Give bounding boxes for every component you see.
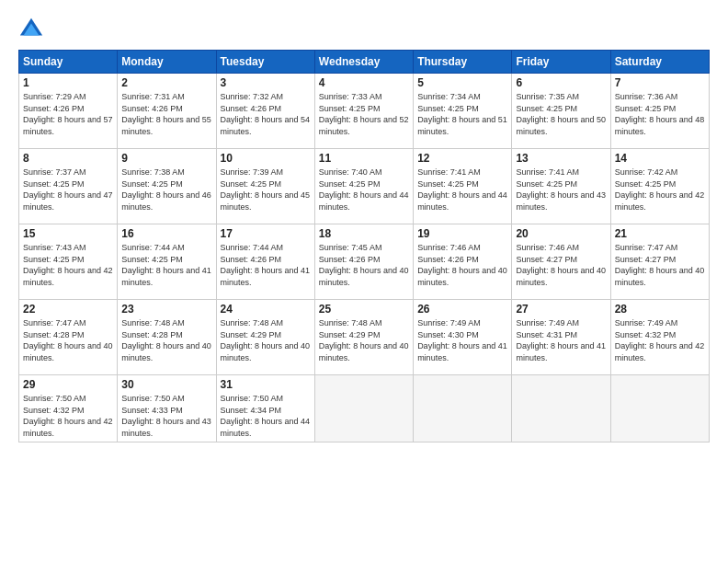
day-info: Sunrise: 7:41 AMSunset: 4:25 PMDaylight:… bbox=[417, 167, 507, 213]
calendar-cell: 26Sunrise: 7:49 AMSunset: 4:30 PMDayligh… bbox=[414, 300, 512, 375]
calendar-cell: 20Sunrise: 7:46 AMSunset: 4:27 PMDayligh… bbox=[512, 224, 610, 300]
calendar-cell: 17Sunrise: 7:44 AMSunset: 4:26 PMDayligh… bbox=[216, 224, 314, 300]
day-number: 8 bbox=[23, 152, 113, 165]
week-row-4: 22Sunrise: 7:47 AMSunset: 4:28 PMDayligh… bbox=[19, 300, 710, 375]
calendar-cell bbox=[314, 375, 413, 442]
day-info: Sunrise: 7:32 AMSunset: 4:26 PMDaylight:… bbox=[221, 91, 311, 137]
calendar-cell: 3Sunrise: 7:32 AMSunset: 4:26 PMDaylight… bbox=[216, 74, 314, 149]
calendar-cell: 25Sunrise: 7:48 AMSunset: 4:29 PMDayligh… bbox=[314, 300, 413, 375]
week-row-2: 8Sunrise: 7:37 AMSunset: 4:25 PMDaylight… bbox=[19, 149, 710, 224]
day-number: 18 bbox=[319, 227, 409, 240]
day-info: Sunrise: 7:37 AMSunset: 4:25 PMDaylight:… bbox=[23, 167, 113, 213]
calendar-cell: 22Sunrise: 7:47 AMSunset: 4:28 PMDayligh… bbox=[19, 300, 118, 375]
calendar-cell: 9Sunrise: 7:38 AMSunset: 4:25 PMDaylight… bbox=[118, 149, 216, 224]
weekday-header-sunday: Sunday bbox=[19, 51, 118, 74]
calendar-cell: 29Sunrise: 7:50 AMSunset: 4:32 PMDayligh… bbox=[19, 375, 118, 442]
day-info: Sunrise: 7:40 AMSunset: 4:25 PMDaylight:… bbox=[319, 167, 409, 213]
day-info: Sunrise: 7:45 AMSunset: 4:26 PMDaylight:… bbox=[319, 242, 409, 288]
day-number: 22 bbox=[23, 303, 113, 316]
day-number: 2 bbox=[121, 76, 211, 89]
calendar-cell: 5Sunrise: 7:34 AMSunset: 4:25 PMDaylight… bbox=[414, 74, 512, 149]
day-info: Sunrise: 7:33 AMSunset: 4:25 PMDaylight:… bbox=[319, 91, 409, 137]
day-info: Sunrise: 7:42 AMSunset: 4:25 PMDaylight:… bbox=[615, 167, 705, 213]
day-info: Sunrise: 7:39 AMSunset: 4:25 PMDaylight:… bbox=[221, 167, 311, 213]
day-number: 24 bbox=[221, 303, 311, 316]
day-number: 15 bbox=[23, 227, 113, 240]
day-number: 31 bbox=[221, 378, 311, 391]
day-info: Sunrise: 7:41 AMSunset: 4:25 PMDaylight:… bbox=[516, 167, 606, 213]
calendar-cell: 31Sunrise: 7:50 AMSunset: 4:34 PMDayligh… bbox=[216, 375, 314, 442]
day-info: Sunrise: 7:50 AMSunset: 4:32 PMDaylight:… bbox=[23, 393, 113, 439]
day-info: Sunrise: 7:29 AMSunset: 4:26 PMDaylight:… bbox=[23, 91, 113, 137]
calendar-cell: 11Sunrise: 7:40 AMSunset: 4:25 PMDayligh… bbox=[314, 149, 413, 224]
day-info: Sunrise: 7:43 AMSunset: 4:25 PMDaylight:… bbox=[23, 242, 113, 288]
calendar-cell: 27Sunrise: 7:49 AMSunset: 4:31 PMDayligh… bbox=[512, 300, 610, 375]
day-info: Sunrise: 7:36 AMSunset: 4:25 PMDaylight:… bbox=[615, 91, 705, 137]
day-info: Sunrise: 7:49 AMSunset: 4:30 PMDaylight:… bbox=[417, 317, 507, 363]
day-number: 5 bbox=[417, 76, 507, 89]
calendar-cell: 2Sunrise: 7:31 AMSunset: 4:26 PMDaylight… bbox=[118, 74, 216, 149]
calendar-cell: 30Sunrise: 7:50 AMSunset: 4:33 PMDayligh… bbox=[118, 375, 216, 442]
calendar-cell: 24Sunrise: 7:48 AMSunset: 4:29 PMDayligh… bbox=[216, 300, 314, 375]
calendar-cell: 4Sunrise: 7:33 AMSunset: 4:25 PMDaylight… bbox=[314, 74, 413, 149]
day-number: 7 bbox=[615, 76, 705, 89]
day-number: 13 bbox=[516, 152, 606, 165]
day-number: 19 bbox=[417, 227, 507, 240]
page: SundayMondayTuesdayWednesdayThursdayFrid… bbox=[0, 0, 728, 563]
day-number: 29 bbox=[23, 378, 113, 391]
header bbox=[18, 17, 710, 42]
day-info: Sunrise: 7:48 AMSunset: 4:29 PMDaylight:… bbox=[221, 317, 311, 363]
day-info: Sunrise: 7:48 AMSunset: 4:28 PMDaylight:… bbox=[121, 317, 211, 363]
weekday-header-wednesday: Wednesday bbox=[314, 51, 413, 74]
day-info: Sunrise: 7:34 AMSunset: 4:25 PMDaylight:… bbox=[417, 91, 507, 137]
week-row-3: 15Sunrise: 7:43 AMSunset: 4:25 PMDayligh… bbox=[19, 224, 710, 300]
day-number: 28 bbox=[615, 303, 705, 316]
day-number: 9 bbox=[121, 152, 211, 165]
day-number: 23 bbox=[121, 303, 211, 316]
day-info: Sunrise: 7:44 AMSunset: 4:25 PMDaylight:… bbox=[121, 242, 211, 288]
day-number: 17 bbox=[221, 227, 311, 240]
day-number: 11 bbox=[319, 152, 409, 165]
calendar-cell: 14Sunrise: 7:42 AMSunset: 4:25 PMDayligh… bbox=[610, 149, 709, 224]
day-info: Sunrise: 7:47 AMSunset: 4:27 PMDaylight:… bbox=[615, 242, 705, 288]
day-info: Sunrise: 7:48 AMSunset: 4:29 PMDaylight:… bbox=[319, 317, 409, 363]
day-number: 25 bbox=[319, 303, 409, 316]
day-info: Sunrise: 7:31 AMSunset: 4:26 PMDaylight:… bbox=[121, 91, 211, 137]
week-row-5: 29Sunrise: 7:50 AMSunset: 4:32 PMDayligh… bbox=[19, 375, 710, 442]
day-number: 4 bbox=[319, 76, 409, 89]
calendar-cell: 19Sunrise: 7:46 AMSunset: 4:26 PMDayligh… bbox=[414, 224, 512, 300]
calendar-cell: 21Sunrise: 7:47 AMSunset: 4:27 PMDayligh… bbox=[610, 224, 709, 300]
day-info: Sunrise: 7:47 AMSunset: 4:28 PMDaylight:… bbox=[23, 317, 113, 363]
calendar-cell: 28Sunrise: 7:49 AMSunset: 4:32 PMDayligh… bbox=[610, 300, 709, 375]
weekday-header-row: SundayMondayTuesdayWednesdayThursdayFrid… bbox=[19, 51, 710, 74]
weekday-header-thursday: Thursday bbox=[414, 51, 512, 74]
calendar-cell bbox=[512, 375, 610, 442]
calendar-cell: 16Sunrise: 7:44 AMSunset: 4:25 PMDayligh… bbox=[118, 224, 216, 300]
day-info: Sunrise: 7:50 AMSunset: 4:34 PMDaylight:… bbox=[221, 393, 311, 439]
day-info: Sunrise: 7:50 AMSunset: 4:33 PMDaylight:… bbox=[121, 393, 211, 439]
calendar-cell: 6Sunrise: 7:35 AMSunset: 4:25 PMDaylight… bbox=[512, 74, 610, 149]
calendar-cell bbox=[610, 375, 709, 442]
day-info: Sunrise: 7:38 AMSunset: 4:25 PMDaylight:… bbox=[121, 167, 211, 213]
weekday-header-saturday: Saturday bbox=[610, 51, 709, 74]
day-number: 14 bbox=[615, 152, 705, 165]
day-number: 26 bbox=[417, 303, 507, 316]
day-info: Sunrise: 7:46 AMSunset: 4:26 PMDaylight:… bbox=[417, 242, 507, 288]
day-number: 10 bbox=[221, 152, 311, 165]
day-number: 12 bbox=[417, 152, 507, 165]
calendar-cell: 8Sunrise: 7:37 AMSunset: 4:25 PMDaylight… bbox=[19, 149, 118, 224]
calendar-cell: 10Sunrise: 7:39 AMSunset: 4:25 PMDayligh… bbox=[216, 149, 314, 224]
day-number: 6 bbox=[516, 76, 606, 89]
calendar-cell: 1Sunrise: 7:29 AMSunset: 4:26 PMDaylight… bbox=[19, 74, 118, 149]
calendar-cell: 12Sunrise: 7:41 AMSunset: 4:25 PMDayligh… bbox=[414, 149, 512, 224]
day-number: 30 bbox=[121, 378, 211, 391]
weekday-header-monday: Monday bbox=[118, 51, 216, 74]
logo-icon bbox=[18, 17, 44, 42]
day-number: 16 bbox=[121, 227, 211, 240]
day-info: Sunrise: 7:35 AMSunset: 4:25 PMDaylight:… bbox=[516, 91, 606, 137]
calendar-cell: 18Sunrise: 7:45 AMSunset: 4:26 PMDayligh… bbox=[314, 224, 413, 300]
day-number: 20 bbox=[516, 227, 606, 240]
logo bbox=[18, 17, 48, 42]
calendar-cell: 7Sunrise: 7:36 AMSunset: 4:25 PMDaylight… bbox=[610, 74, 709, 149]
day-number: 21 bbox=[615, 227, 705, 240]
